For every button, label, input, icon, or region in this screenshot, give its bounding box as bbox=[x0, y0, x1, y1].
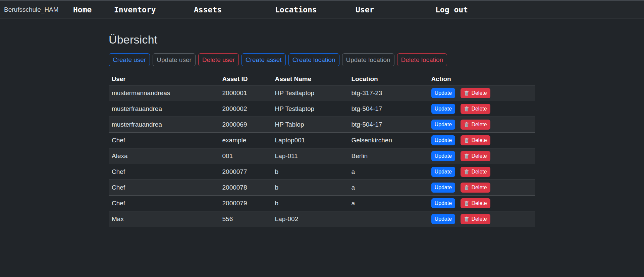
cell-location: Berlin bbox=[349, 148, 429, 164]
cell-action: Update Delete bbox=[429, 164, 535, 180]
cell-asset-id: 2000001 bbox=[220, 85, 272, 101]
table-row: Alexa 001 Lap-011 Berlin Update Delete bbox=[109, 148, 535, 164]
toolbar: Create userUpdate userDelete userCreate … bbox=[109, 53, 535, 66]
delete-button-label: Delete bbox=[471, 105, 487, 113]
update-button-label: Update bbox=[435, 105, 452, 113]
delete-row-button[interactable]: Delete bbox=[461, 214, 490, 224]
cell-location: Gelsenkirchen bbox=[349, 132, 429, 148]
table-row: Chef 2000077 b a Update Delete bbox=[109, 164, 535, 180]
create-asset-button[interactable]: Create asset bbox=[241, 53, 286, 66]
delete-button-label: Delete bbox=[471, 89, 487, 97]
update-button-label: Update bbox=[435, 152, 452, 160]
trash-icon bbox=[464, 216, 469, 222]
cell-user: Alexa bbox=[109, 148, 220, 164]
table-row: musterfrauandrea 2000069 HP Tablop btg-5… bbox=[109, 117, 535, 132]
cell-user: Max bbox=[109, 211, 220, 227]
cell-asset-id: example bbox=[220, 132, 272, 148]
cell-location: btg-504-17 bbox=[349, 101, 429, 117]
delete-button-label: Delete bbox=[471, 137, 487, 144]
delete-row-button[interactable]: Delete bbox=[461, 88, 490, 98]
delete-row-button[interactable]: Delete bbox=[461, 135, 490, 145]
delete-row-button[interactable]: Delete bbox=[461, 120, 490, 130]
delete-row-button[interactable]: Delete bbox=[461, 167, 490, 177]
cell-user: musterfrauandrea bbox=[109, 101, 220, 117]
cell-location bbox=[349, 211, 429, 227]
update-location-button[interactable]: Update location bbox=[342, 53, 394, 66]
cell-asset-id: 2000079 bbox=[220, 195, 272, 211]
update-user-button[interactable]: Update user bbox=[153, 53, 196, 66]
cell-action: Update Delete bbox=[429, 148, 535, 164]
col-header-user: User bbox=[109, 73, 220, 85]
delete-location-button[interactable]: Delete location bbox=[397, 53, 447, 66]
navbar-brand[interactable]: Berufsschule_HAM bbox=[4, 6, 59, 13]
create-location-button[interactable]: Create location bbox=[288, 53, 339, 66]
nav-item-inventory[interactable]: Inventory bbox=[114, 5, 156, 14]
cell-action: Update Delete bbox=[429, 117, 535, 132]
assets-table: User Asset ID Asset Name Location Action… bbox=[109, 73, 535, 227]
cell-user: Chef bbox=[109, 180, 220, 195]
table-row: musterfrauandrea 2000002 HP Testlaptop b… bbox=[109, 101, 535, 117]
trash-icon bbox=[464, 169, 469, 175]
nav-item-assets[interactable]: Assets bbox=[194, 5, 222, 14]
update-button-label: Update bbox=[435, 215, 452, 223]
cell-user: Chef bbox=[109, 195, 220, 211]
page-title: Übersicht bbox=[109, 33, 535, 46]
update-row-button[interactable]: Update bbox=[431, 88, 455, 98]
cell-asset-name: Laptop001 bbox=[272, 132, 349, 148]
cell-user: mustermannandreas bbox=[109, 85, 220, 101]
delete-row-button[interactable]: Delete bbox=[461, 183, 490, 193]
nav-item-home[interactable]: Home bbox=[73, 5, 92, 14]
table-row: Chef 2000078 b a Update Delete bbox=[109, 180, 535, 195]
table-row: mustermannandreas 2000001 HP Testlaptop … bbox=[109, 85, 535, 101]
cell-location: a bbox=[349, 164, 429, 180]
update-row-button[interactable]: Update bbox=[431, 104, 455, 114]
update-row-button[interactable]: Update bbox=[431, 214, 455, 224]
cell-action: Update Delete bbox=[429, 132, 535, 148]
trash-icon bbox=[464, 185, 469, 190]
delete-button-label: Delete bbox=[471, 168, 487, 176]
create-user-button[interactable]: Create user bbox=[109, 53, 150, 66]
nav-item-locations[interactable]: Locations bbox=[275, 5, 317, 14]
cell-action: Update Delete bbox=[429, 101, 535, 117]
cell-location: a bbox=[349, 195, 429, 211]
delete-button-label: Delete bbox=[471, 200, 487, 207]
col-header-action: Action bbox=[429, 73, 535, 85]
table-header: User Asset ID Asset Name Location Action bbox=[109, 73, 535, 85]
cell-user: Chef bbox=[109, 164, 220, 180]
update-row-button[interactable]: Update bbox=[431, 120, 455, 130]
update-row-button[interactable]: Update bbox=[431, 135, 455, 145]
delete-user-button[interactable]: Delete user bbox=[198, 53, 239, 66]
delete-button-label: Delete bbox=[471, 215, 487, 223]
update-row-button[interactable]: Update bbox=[431, 198, 455, 208]
delete-row-button[interactable]: Delete bbox=[461, 104, 490, 114]
main-content: Übersicht Create userUpdate userDelete u… bbox=[109, 33, 535, 227]
update-button-label: Update bbox=[435, 200, 452, 207]
col-header-asset-id: Asset ID bbox=[220, 73, 272, 85]
cell-action: Update Delete bbox=[429, 180, 535, 195]
update-button-label: Update bbox=[435, 89, 452, 97]
update-row-button[interactable]: Update bbox=[431, 167, 455, 177]
delete-row-button[interactable]: Delete bbox=[461, 151, 490, 161]
update-button-label: Update bbox=[435, 168, 452, 176]
table-body: mustermannandreas 2000001 HP Testlaptop … bbox=[109, 85, 535, 227]
update-button-label: Update bbox=[435, 137, 452, 144]
cell-asset-name: HP Tablop bbox=[272, 117, 349, 132]
update-button-label: Update bbox=[435, 184, 452, 191]
cell-asset-name: b bbox=[272, 180, 349, 195]
trash-icon bbox=[464, 138, 469, 143]
nav-item-user[interactable]: User bbox=[356, 5, 374, 14]
cell-asset-id: 2000078 bbox=[220, 180, 272, 195]
update-row-button[interactable]: Update bbox=[431, 183, 455, 193]
trash-icon bbox=[464, 122, 469, 127]
cell-action: Update Delete bbox=[429, 211, 535, 227]
cell-location: a bbox=[349, 180, 429, 195]
cell-asset-id: 001 bbox=[220, 148, 272, 164]
update-button-label: Update bbox=[435, 121, 452, 128]
assets-table-wrap: User Asset ID Asset Name Location Action… bbox=[109, 73, 535, 227]
nav-item-log-out[interactable]: Log out bbox=[435, 5, 468, 14]
delete-row-button[interactable]: Delete bbox=[461, 198, 490, 208]
cell-asset-name: HP Testlaptop bbox=[272, 101, 349, 117]
update-row-button[interactable]: Update bbox=[431, 151, 455, 161]
navbar: Berufsschule_HAM HomeInventoryAssetsLoca… bbox=[0, 1, 644, 18]
table-row: Chef 2000079 b a Update Delete bbox=[109, 195, 535, 211]
